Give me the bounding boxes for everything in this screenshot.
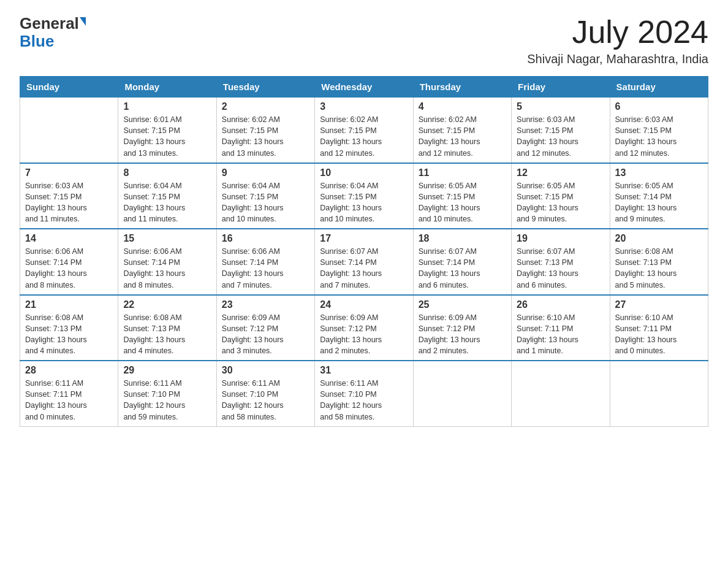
day-info: Sunrise: 6:02 AMSunset: 7:15 PMDaylight:…	[320, 114, 408, 159]
calendar-cell: 30Sunrise: 6:11 AMSunset: 7:10 PMDayligh…	[216, 361, 314, 426]
calendar-cell: 31Sunrise: 6:11 AMSunset: 7:10 PMDayligh…	[315, 361, 413, 426]
calendar-week-row: 28Sunrise: 6:11 AMSunset: 7:11 PMDayligh…	[20, 361, 708, 426]
day-number: 24	[320, 299, 408, 310]
weekday-header-thursday: Thursday	[413, 77, 511, 98]
day-number: 27	[615, 299, 703, 310]
day-info: Sunrise: 6:05 AMSunset: 7:15 PMDaylight:…	[419, 180, 506, 225]
day-number: 23	[222, 299, 309, 310]
calendar-cell: 6Sunrise: 6:03 AMSunset: 7:15 PMDaylight…	[610, 98, 708, 163]
day-info: Sunrise: 6:05 AMSunset: 7:15 PMDaylight:…	[517, 180, 604, 225]
day-number: 3	[320, 101, 408, 112]
day-number: 1	[123, 101, 211, 112]
weekday-header-sunday: Sunday	[20, 77, 118, 98]
day-info: Sunrise: 6:08 AMSunset: 7:13 PMDaylight:…	[25, 312, 113, 357]
location-subtitle: Shivaji Nagar, Maharashtra, India	[527, 52, 708, 66]
weekday-header-tuesday: Tuesday	[216, 77, 314, 98]
day-number: 14	[25, 233, 113, 244]
day-number: 18	[419, 233, 506, 244]
calendar-cell: 1Sunrise: 6:01 AMSunset: 7:15 PMDaylight…	[118, 98, 216, 163]
calendar-week-row: 21Sunrise: 6:08 AMSunset: 7:13 PMDayligh…	[20, 295, 708, 361]
calendar-cell: 14Sunrise: 6:06 AMSunset: 7:14 PMDayligh…	[20, 229, 118, 295]
day-info: Sunrise: 6:06 AMSunset: 7:14 PMDaylight:…	[123, 246, 211, 291]
day-number: 10	[320, 167, 408, 178]
day-number: 19	[517, 233, 604, 244]
weekday-header-friday: Friday	[512, 77, 610, 98]
calendar-cell	[20, 98, 118, 163]
day-number: 25	[419, 299, 506, 310]
day-number: 20	[615, 233, 703, 244]
calendar-cell: 2Sunrise: 6:02 AMSunset: 7:15 PMDaylight…	[216, 98, 314, 163]
calendar-cell: 12Sunrise: 6:05 AMSunset: 7:15 PMDayligh…	[512, 163, 610, 229]
day-info: Sunrise: 6:04 AMSunset: 7:15 PMDaylight:…	[320, 180, 408, 225]
day-number: 2	[222, 101, 309, 112]
day-info: Sunrise: 6:05 AMSunset: 7:14 PMDaylight:…	[615, 180, 703, 225]
day-info: Sunrise: 6:08 AMSunset: 7:13 PMDaylight:…	[615, 246, 703, 291]
day-number: 15	[123, 233, 211, 244]
day-info: Sunrise: 6:07 AMSunset: 7:14 PMDaylight:…	[419, 246, 506, 291]
calendar-cell: 18Sunrise: 6:07 AMSunset: 7:14 PMDayligh…	[413, 229, 511, 295]
calendar-cell: 26Sunrise: 6:10 AMSunset: 7:11 PMDayligh…	[512, 295, 610, 361]
day-number: 17	[320, 233, 408, 244]
day-info: Sunrise: 6:07 AMSunset: 7:13 PMDaylight:…	[517, 246, 604, 291]
day-number: 29	[123, 365, 211, 376]
page-header: General Blue July 2024 Shivaji Nagar, Ma…	[20, 15, 708, 66]
day-info: Sunrise: 6:11 AMSunset: 7:10 PMDaylight:…	[123, 378, 211, 423]
day-info: Sunrise: 6:06 AMSunset: 7:14 PMDaylight:…	[25, 246, 113, 291]
calendar-cell: 10Sunrise: 6:04 AMSunset: 7:15 PMDayligh…	[315, 163, 413, 229]
calendar-cell: 16Sunrise: 6:06 AMSunset: 7:14 PMDayligh…	[216, 229, 314, 295]
day-number: 7	[25, 167, 113, 178]
calendar-cell: 19Sunrise: 6:07 AMSunset: 7:13 PMDayligh…	[512, 229, 610, 295]
day-number: 21	[25, 299, 113, 310]
day-number: 8	[123, 167, 211, 178]
logo-general-text: General	[20, 15, 79, 33]
day-info: Sunrise: 6:06 AMSunset: 7:14 PMDaylight:…	[222, 246, 309, 291]
day-info: Sunrise: 6:11 AMSunset: 7:10 PMDaylight:…	[320, 378, 408, 423]
calendar-header-row: SundayMondayTuesdayWednesdayThursdayFrid…	[20, 77, 708, 98]
calendar-cell: 7Sunrise: 6:03 AMSunset: 7:15 PMDaylight…	[20, 163, 118, 229]
calendar-cell: 13Sunrise: 6:05 AMSunset: 7:14 PMDayligh…	[610, 163, 708, 229]
calendar-cell: 21Sunrise: 6:08 AMSunset: 7:13 PMDayligh…	[20, 295, 118, 361]
calendar-week-row: 14Sunrise: 6:06 AMSunset: 7:14 PMDayligh…	[20, 229, 708, 295]
calendar-cell: 27Sunrise: 6:10 AMSunset: 7:11 PMDayligh…	[610, 295, 708, 361]
day-info: Sunrise: 6:07 AMSunset: 7:14 PMDaylight:…	[320, 246, 408, 291]
calendar-cell: 20Sunrise: 6:08 AMSunset: 7:13 PMDayligh…	[610, 229, 708, 295]
day-info: Sunrise: 6:04 AMSunset: 7:15 PMDaylight:…	[222, 180, 309, 225]
day-number: 30	[222, 365, 309, 376]
day-info: Sunrise: 6:09 AMSunset: 7:12 PMDaylight:…	[320, 312, 408, 357]
day-number: 16	[222, 233, 309, 244]
month-year-title: July 2024	[527, 15, 708, 50]
day-info: Sunrise: 6:09 AMSunset: 7:12 PMDaylight:…	[419, 312, 506, 357]
calendar-cell: 22Sunrise: 6:08 AMSunset: 7:13 PMDayligh…	[118, 295, 216, 361]
logo-triangle-icon	[80, 17, 86, 26]
calendar-cell: 9Sunrise: 6:04 AMSunset: 7:15 PMDaylight…	[216, 163, 314, 229]
calendar-cell	[413, 361, 511, 426]
calendar-cell: 11Sunrise: 6:05 AMSunset: 7:15 PMDayligh…	[413, 163, 511, 229]
calendar-cell: 8Sunrise: 6:04 AMSunset: 7:15 PMDaylight…	[118, 163, 216, 229]
logo-blue-text: Blue	[20, 33, 54, 50]
day-info: Sunrise: 6:11 AMSunset: 7:11 PMDaylight:…	[25, 378, 113, 423]
day-number: 6	[615, 101, 703, 112]
day-info: Sunrise: 6:10 AMSunset: 7:11 PMDaylight:…	[615, 312, 703, 357]
day-info: Sunrise: 6:03 AMSunset: 7:15 PMDaylight:…	[25, 180, 113, 225]
calendar-cell: 25Sunrise: 6:09 AMSunset: 7:12 PMDayligh…	[413, 295, 511, 361]
calendar-cell: 4Sunrise: 6:02 AMSunset: 7:15 PMDaylight…	[413, 98, 511, 163]
calendar-cell: 23Sunrise: 6:09 AMSunset: 7:12 PMDayligh…	[216, 295, 314, 361]
day-number: 26	[517, 299, 604, 310]
calendar-cell: 15Sunrise: 6:06 AMSunset: 7:14 PMDayligh…	[118, 229, 216, 295]
day-number: 13	[615, 167, 703, 178]
calendar-cell: 3Sunrise: 6:02 AMSunset: 7:15 PMDaylight…	[315, 98, 413, 163]
calendar-week-row: 7Sunrise: 6:03 AMSunset: 7:15 PMDaylight…	[20, 163, 708, 229]
calendar-table: SundayMondayTuesdayWednesdayThursdayFrid…	[20, 76, 708, 427]
day-info: Sunrise: 6:09 AMSunset: 7:12 PMDaylight:…	[222, 312, 309, 357]
calendar-cell: 29Sunrise: 6:11 AMSunset: 7:10 PMDayligh…	[118, 361, 216, 426]
calendar-cell: 28Sunrise: 6:11 AMSunset: 7:11 PMDayligh…	[20, 361, 118, 426]
calendar-cell: 5Sunrise: 6:03 AMSunset: 7:15 PMDaylight…	[512, 98, 610, 163]
day-info: Sunrise: 6:10 AMSunset: 7:11 PMDaylight:…	[517, 312, 604, 357]
day-info: Sunrise: 6:03 AMSunset: 7:15 PMDaylight:…	[517, 114, 604, 159]
day-number: 4	[419, 101, 506, 112]
title-block: July 2024 Shivaji Nagar, Maharashtra, In…	[527, 15, 708, 66]
calendar-cell	[610, 361, 708, 426]
day-info: Sunrise: 6:01 AMSunset: 7:15 PMDaylight:…	[123, 114, 211, 159]
day-info: Sunrise: 6:03 AMSunset: 7:15 PMDaylight:…	[615, 114, 703, 159]
day-info: Sunrise: 6:11 AMSunset: 7:10 PMDaylight:…	[222, 378, 309, 423]
